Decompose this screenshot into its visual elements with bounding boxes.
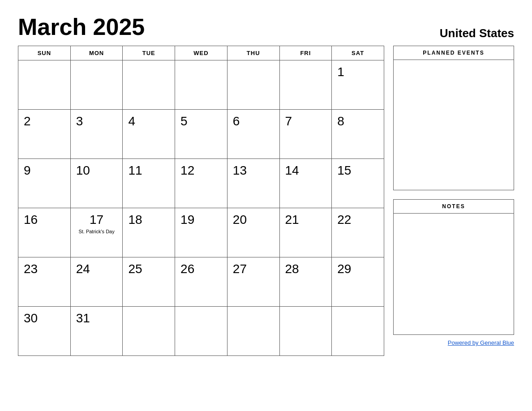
day-empty xyxy=(175,60,227,110)
planned-events-header: PLANNED EVENTS xyxy=(394,46,514,60)
day-16: 16 xyxy=(18,208,71,257)
calendar-table: SUN MON TUE WED THU FRI SAT xyxy=(18,46,384,356)
day-empty xyxy=(279,307,332,356)
month-year-title: March 2025 xyxy=(18,13,145,40)
powered-by: Powered by General Blue xyxy=(393,339,514,346)
day-24: 24 xyxy=(70,257,123,307)
day-19: 19 xyxy=(175,208,227,257)
day-31: 31 xyxy=(70,307,123,356)
day-empty xyxy=(123,307,175,356)
day-8: 8 xyxy=(332,110,384,159)
calendar-section: SUN MON TUE WED THU FRI SAT xyxy=(18,46,384,356)
header-tue: TUE xyxy=(123,46,175,60)
week-4: 16 17 St. Patrick's Day 18 19 20 21 22 xyxy=(18,208,384,257)
header-wed: WED xyxy=(175,46,227,60)
day-5: 5 xyxy=(175,110,227,159)
page-header: March 2025 United States xyxy=(18,13,514,40)
day-2: 2 xyxy=(18,110,71,159)
notes-box: NOTES xyxy=(393,199,514,335)
day-14: 14 xyxy=(279,159,332,208)
day-3: 3 xyxy=(70,110,123,159)
day-22: 22 xyxy=(332,208,384,257)
day-empty xyxy=(175,307,227,356)
day-11: 11 xyxy=(123,159,175,208)
week-2: 2 3 4 5 6 7 8 xyxy=(18,110,384,159)
day-empty xyxy=(123,60,175,110)
day-13: 13 xyxy=(227,159,279,208)
day-empty xyxy=(332,307,384,356)
header-fri: FRI xyxy=(279,46,332,60)
header-sun: SUN xyxy=(18,46,71,60)
powered-by-link[interactable]: Powered by General Blue xyxy=(448,339,514,346)
day-7: 7 xyxy=(279,110,332,159)
day-12: 12 xyxy=(175,159,227,208)
header-thu: THU xyxy=(227,46,279,60)
day-9: 9 xyxy=(18,159,71,208)
day-1: 1 xyxy=(332,60,384,110)
day-26: 26 xyxy=(175,257,227,307)
day-29: 29 xyxy=(332,257,384,307)
day-10: 10 xyxy=(70,159,123,208)
day-empty xyxy=(18,60,71,110)
day-25: 25 xyxy=(123,257,175,307)
header-sat: SAT xyxy=(332,46,384,60)
sidebar: PLANNED EVENTS NOTES Powered by General … xyxy=(393,46,514,346)
day-23: 23 xyxy=(18,257,71,307)
day-15: 15 xyxy=(332,159,384,208)
day-empty xyxy=(227,307,279,356)
notes-content xyxy=(394,214,514,334)
planned-events-content xyxy=(394,60,514,190)
day-30: 30 xyxy=(18,307,71,356)
week-5: 23 24 25 26 27 28 29 xyxy=(18,257,384,307)
day-17: 17 St. Patrick's Day xyxy=(70,208,123,257)
day-27: 27 xyxy=(227,257,279,307)
day-4: 4 xyxy=(123,110,175,159)
week-1: 1 xyxy=(18,60,384,110)
day-18: 18 xyxy=(123,208,175,257)
planned-events-box: PLANNED EVENTS xyxy=(393,46,514,190)
main-layout: SUN MON TUE WED THU FRI SAT xyxy=(18,46,514,356)
day-empty xyxy=(227,60,279,110)
country-title: United States xyxy=(440,26,514,40)
day-6: 6 xyxy=(227,110,279,159)
week-6: 30 31 xyxy=(18,307,384,356)
day-21: 21 xyxy=(279,208,332,257)
day-headers-row: SUN MON TUE WED THU FRI SAT xyxy=(18,46,384,60)
day-empty xyxy=(70,60,123,110)
day-20: 20 xyxy=(227,208,279,257)
day-28: 28 xyxy=(279,257,332,307)
header-mon: MON xyxy=(70,46,123,60)
notes-header: NOTES xyxy=(394,200,514,214)
week-3: 9 10 11 12 13 14 15 xyxy=(18,159,384,208)
day-empty xyxy=(279,60,332,110)
